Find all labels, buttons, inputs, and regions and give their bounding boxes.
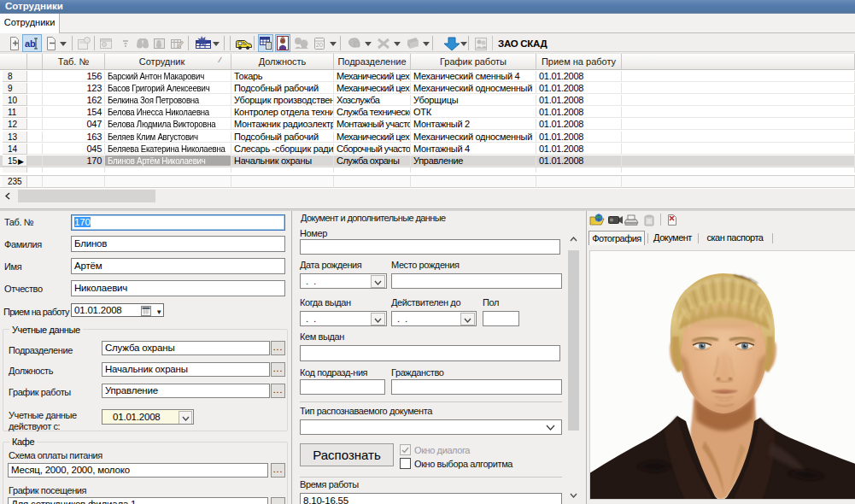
svg-text:20: 20: [316, 42, 323, 48]
svg-text:ЗАО СКАД: ЗАО СКАД: [498, 38, 547, 49]
svg-text:ab: ab: [25, 38, 36, 49]
